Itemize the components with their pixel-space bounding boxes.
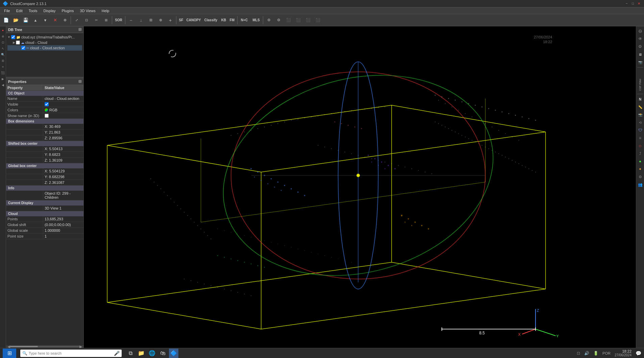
maximize-btn[interactable]: □ — [630, 1, 635, 6]
rs-circle[interactable]: ○ — [637, 142, 644, 149]
toolbar-open[interactable]: 📂 — [11, 16, 21, 25]
left-icon-6[interactable]: ⊞ — [0, 58, 6, 63]
tree-item-3[interactable]: ▶ ✂ cloud - Cloud.section — [7, 45, 82, 51]
rs-group[interactable]: 👥 — [637, 181, 644, 188]
prop-val-shift-y: Y: 8.6823 — [43, 152, 83, 157]
prop-val-showname[interactable] — [43, 113, 83, 118]
explorer-btn[interactable]: 📁 — [137, 349, 146, 358]
chrome-btn[interactable]: 🌐 — [147, 349, 157, 358]
rs-transform[interactable]: ⟲ — [637, 119, 644, 126]
toolbar-import[interactable]: ▲ — [31, 16, 40, 25]
tree-check-3[interactable] — [21, 46, 25, 50]
menu-plugins[interactable]: Plugins — [59, 8, 76, 13]
prop-val-visible[interactable] — [43, 102, 83, 107]
left-icon-3[interactable]: ⊡ — [0, 40, 6, 45]
scroll-left[interactable]: ◀ — [7, 345, 10, 348]
menu-edit[interactable]: Edit — [14, 8, 25, 13]
svg-point-143 — [411, 225, 412, 226]
showname-checkbox[interactable] — [45, 114, 49, 118]
toolbar-fm[interactable]: FM — [228, 16, 236, 25]
prop-key-box-z — [6, 135, 43, 141]
tree-check-2[interactable] — [16, 40, 20, 45]
toolbar-colors4[interactable]: ⬛ — [313, 16, 323, 25]
left-icon-1[interactable]: ● — [0, 28, 6, 33]
db-tree-expand[interactable]: ⊟ — [78, 27, 81, 32]
svg-point-127 — [274, 187, 275, 188]
search-input[interactable] — [29, 351, 113, 355]
toolbar-colors1[interactable]: ⬛ — [284, 16, 293, 25]
cloudcompare-taskbar[interactable]: 🔷 — [169, 349, 178, 358]
menu-help[interactable]: Help — [99, 8, 112, 13]
store-btn[interactable]: 🛍 — [158, 349, 168, 358]
rs-gear[interactable]: ⚙ — [637, 173, 644, 180]
rs-layers[interactable]: ≡ — [637, 135, 644, 141]
rs-segment[interactable]: ⊖ — [637, 28, 644, 34]
volume-icon[interactable]: 🔊 — [584, 351, 589, 356]
rs-export[interactable]: ⤴ — [637, 150, 644, 157]
toolbar-kb[interactable]: KB — [220, 16, 228, 25]
rs-view[interactable]: 👁 — [637, 35, 644, 42]
rs-north[interactable]: N — [637, 96, 644, 103]
left-icon-2[interactable]: ⊕ — [0, 34, 6, 39]
close-btn[interactable]: ✕ — [637, 1, 641, 6]
toolbar-mls[interactable]: MLS — [250, 16, 262, 25]
viewport-3d[interactable]: Z Y X 8.5 27/06/2024 18:22 — [84, 26, 636, 348]
rs-cloud[interactable]: ● — [637, 158, 644, 165]
rs-measure[interactable]: 📏 — [637, 104, 644, 110]
toolbar-colors2[interactable]: ⬛ — [294, 16, 303, 25]
left-icon-7[interactable]: ≡ — [0, 64, 6, 70]
toolbar-delete[interactable]: ✕ — [50, 16, 60, 25]
toolbar-nc[interactable]: N+C — [239, 16, 250, 25]
toolbar-save[interactable]: 💾 — [21, 16, 30, 25]
menu-tools[interactable]: Tools — [26, 8, 40, 13]
toolbar-segment2[interactable]: ✂ — [92, 16, 101, 25]
rs-shield[interactable]: 🛡 — [637, 127, 644, 134]
rs-camera[interactable]: 📸 — [637, 111, 644, 118]
toolbar-sor[interactable]: SOR — [113, 16, 124, 25]
toolbar-classify[interactable]: Classify — [202, 16, 219, 25]
taskview-btn[interactable]: ⧉ — [126, 349, 135, 358]
rs-star[interactable]: ✦ — [637, 166, 644, 172]
toolbar-sf[interactable]: SF — [177, 16, 185, 25]
svg-point-57 — [485, 123, 486, 124]
toolbar-clip[interactable]: ⊞ — [101, 16, 111, 25]
rs-photo[interactable]: 📷 — [637, 59, 644, 65]
toolbar-colors3[interactable]: ⬛ — [303, 16, 313, 25]
tree-item-1[interactable]: ▼ 📁 cloud.xyz (//rma/rma/Trabalhos/Pr... — [7, 34, 82, 40]
toolbar-merge[interactable]: ⊕ — [156, 16, 165, 25]
toolbar-translate[interactable]: ⤢ — [72, 16, 81, 25]
left-icon-9[interactable]: ▶ — [0, 76, 6, 82]
toolbar-scale[interactable]: ⊡ — [82, 16, 91, 25]
start-button[interactable]: ⊞ — [3, 349, 16, 358]
properties-scrollbar[interactable]: ◀ ▶ — [6, 345, 83, 348]
left-icon-8[interactable]: ⬛ — [0, 70, 6, 76]
toolbar-canopy[interactable]: CANOPY — [185, 16, 202, 25]
scroll-right[interactable]: ▶ — [79, 345, 82, 348]
toolbar-normal[interactable]: ⟂ — [136, 16, 146, 25]
menu-file[interactable]: File — [1, 8, 13, 13]
rs-settings[interactable]: ⚙ — [637, 43, 644, 50]
menu-3dviews[interactable]: 3D Views — [77, 8, 98, 13]
toolbar-dist[interactable]: ↔ — [126, 16, 136, 25]
left-icon-4[interactable]: ↖ — [0, 46, 6, 51]
toolbar-plugin1[interactable]: ⚙ — [264, 16, 274, 25]
toolbar-plugin2[interactable]: ⚙ — [274, 16, 283, 25]
tree-check-1[interactable] — [11, 35, 15, 39]
left-icon-10[interactable]: ◀ — [0, 82, 6, 88]
svg-point-165 — [177, 205, 178, 206]
visible-checkbox[interactable] — [45, 102, 49, 106]
rs-display[interactable]: 🖥 — [637, 51, 644, 58]
prop-val-points: 13,685,293 — [43, 216, 83, 222]
toolbar-export[interactable]: ▼ — [41, 16, 50, 25]
notification-btn[interactable]: 💬 — [636, 351, 641, 356]
left-icon-5[interactable]: 🔍 — [0, 52, 6, 57]
toolbar-add[interactable]: + — [166, 16, 175, 25]
toolbar-oct[interactable]: ⊞ — [146, 16, 155, 25]
toolbar-new[interactable]: 📄 — [1, 16, 11, 25]
menu-display[interactable]: Display — [41, 8, 58, 13]
toolbar-sample[interactable]: ⊕ — [60, 16, 70, 25]
tree-item-2[interactable]: ▶ ☁ cloud - Cloud — [7, 40, 82, 45]
minimize-btn[interactable]: − — [624, 1, 629, 6]
properties-collapse[interactable]: ⊟ — [78, 79, 81, 84]
prop-val-pointsize: 1 — [43, 233, 83, 239]
